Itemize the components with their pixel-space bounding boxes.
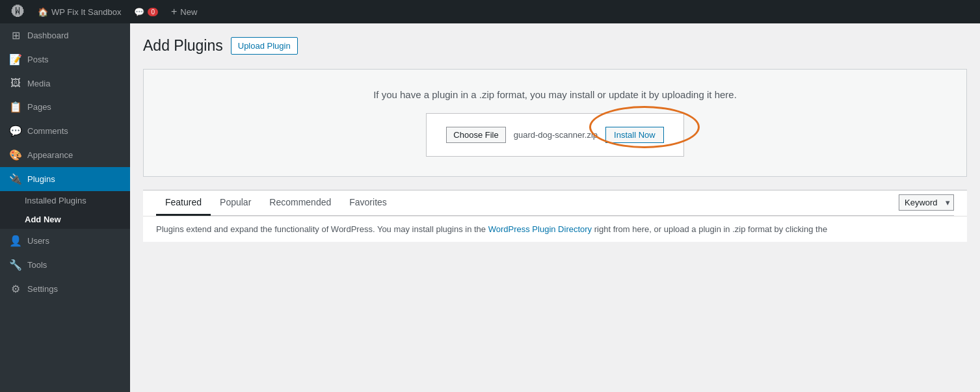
- site-name: WP Fix It Sandbox: [51, 7, 121, 17]
- main-layout: ⊞ Dashboard 📝 Posts 🖼 Media 📋 Pages 💬 Co…: [0, 23, 980, 392]
- pages-icon: 📋: [9, 101, 22, 113]
- file-name-display: guard-dog-scanner.zip: [514, 130, 598, 140]
- sidebar-submenu-installed-plugins[interactable]: Installed Plugins: [0, 191, 130, 210]
- home-icon: 🏠: [38, 7, 48, 17]
- plugins-submenu: Installed Plugins Add New: [0, 191, 130, 229]
- plugins-info-text: Plugins extend and expand the functional…: [156, 224, 488, 234]
- page-title: Add Plugins: [143, 36, 223, 56]
- sidebar-item-label: Users: [27, 236, 49, 246]
- plus-icon: +: [171, 6, 177, 18]
- sidebar-item-tools[interactable]: 🔧 Tools: [0, 253, 130, 277]
- sidebar-item-pages[interactable]: 📋 Pages: [0, 95, 130, 119]
- sidebar-item-label: Plugins: [27, 174, 55, 184]
- sidebar-item-plugins[interactable]: 🔌 Plugins: [0, 167, 130, 191]
- users-icon: 👤: [9, 235, 22, 247]
- sidebar-item-label: Appearance: [27, 150, 73, 160]
- install-now-button[interactable]: Install Now: [605, 127, 664, 143]
- sidebar: ⊞ Dashboard 📝 Posts 🖼 Media 📋 Pages 💬 Co…: [0, 23, 130, 392]
- site-name-link[interactable]: 🏠 WP Fix It Sandbox: [31, 0, 127, 23]
- comments-icon: 💬: [134, 7, 144, 17]
- new-content-link[interactable]: + New: [165, 0, 204, 23]
- installed-plugins-label: Installed Plugins: [25, 196, 86, 205]
- posts-icon: 📝: [9, 53, 22, 66]
- comments-sidebar-icon: 💬: [9, 125, 22, 137]
- sidebar-item-label: Pages: [27, 102, 51, 112]
- page-header: Add Plugins Upload Plugin: [143, 36, 967, 56]
- plugins-info-text2: right from here, or upload a plugin in .…: [594, 224, 827, 234]
- comments-link[interactable]: 💬 0: [127, 0, 165, 23]
- sidebar-item-posts[interactable]: 📝 Posts: [0, 47, 130, 72]
- tools-icon: 🔧: [9, 259, 22, 271]
- tabs-section: Featured Popular Recommended Favorites K…: [143, 190, 967, 216]
- upload-area: If you have a plugin in a .zip format, y…: [143, 69, 967, 177]
- search-select-wrapper: Keyword Author Tag: [899, 194, 954, 211]
- tab-popular[interactable]: Popular: [211, 190, 260, 216]
- add-new-label: Add New: [25, 215, 61, 224]
- tab-favorites[interactable]: Favorites: [340, 190, 396, 216]
- settings-icon: ⚙: [9, 283, 22, 295]
- wp-logo-icon: 🅦: [12, 5, 25, 20]
- tab-featured[interactable]: Featured: [156, 190, 211, 216]
- dashboard-icon: ⊞: [9, 29, 22, 42]
- main-content: Add Plugins Upload Plugin If you have a …: [130, 23, 980, 392]
- sidebar-item-label: Media: [27, 79, 50, 88]
- sidebar-item-label: Posts: [27, 55, 49, 64]
- sidebar-item-label: Dashboard: [27, 31, 69, 40]
- file-upload-box: Choose File guard-dog-scanner.zip Instal…: [426, 113, 683, 157]
- plugins-icon: 🔌: [9, 173, 22, 185]
- admin-bar: 🅦 🏠 WP Fix It Sandbox 💬 0 + New: [0, 0, 980, 23]
- upload-description: If you have a plugin in a .zip format, y…: [157, 89, 953, 100]
- sidebar-item-label: Tools: [27, 260, 47, 270]
- sidebar-item-appearance[interactable]: 🎨 Appearance: [0, 143, 130, 167]
- sidebar-submenu-add-new[interactable]: Add New: [0, 210, 130, 229]
- tab-search-container: Keyword Author Tag: [899, 194, 954, 211]
- sidebar-item-comments[interactable]: 💬 Comments: [0, 119, 130, 143]
- media-icon: 🖼: [9, 77, 22, 89]
- sidebar-item-users[interactable]: 👤 Users: [0, 229, 130, 253]
- choose-file-button[interactable]: Choose File: [446, 127, 505, 143]
- search-type-select[interactable]: Keyword Author Tag: [899, 194, 954, 211]
- sidebar-item-label: Comments: [27, 126, 68, 136]
- plugins-info: Plugins extend and expand the functional…: [143, 216, 967, 242]
- appearance-icon: 🎨: [9, 149, 22, 161]
- comments-badge: 0: [148, 8, 158, 16]
- plugin-directory-link[interactable]: WordPress Plugin Directory: [488, 224, 592, 234]
- tabs-nav: Featured Popular Recommended Favorites K…: [156, 190, 954, 216]
- sidebar-item-label: Settings: [27, 284, 58, 294]
- tab-recommended[interactable]: Recommended: [260, 190, 340, 216]
- sidebar-item-media[interactable]: 🖼 Media: [0, 72, 130, 95]
- sidebar-item-dashboard[interactable]: ⊞ Dashboard: [0, 23, 130, 47]
- new-label: New: [180, 7, 197, 17]
- sidebar-item-settings[interactable]: ⚙ Settings: [0, 277, 130, 301]
- wp-logo-link[interactable]: 🅦: [5, 0, 31, 23]
- upload-plugin-button[interactable]: Upload Plugin: [231, 37, 298, 55]
